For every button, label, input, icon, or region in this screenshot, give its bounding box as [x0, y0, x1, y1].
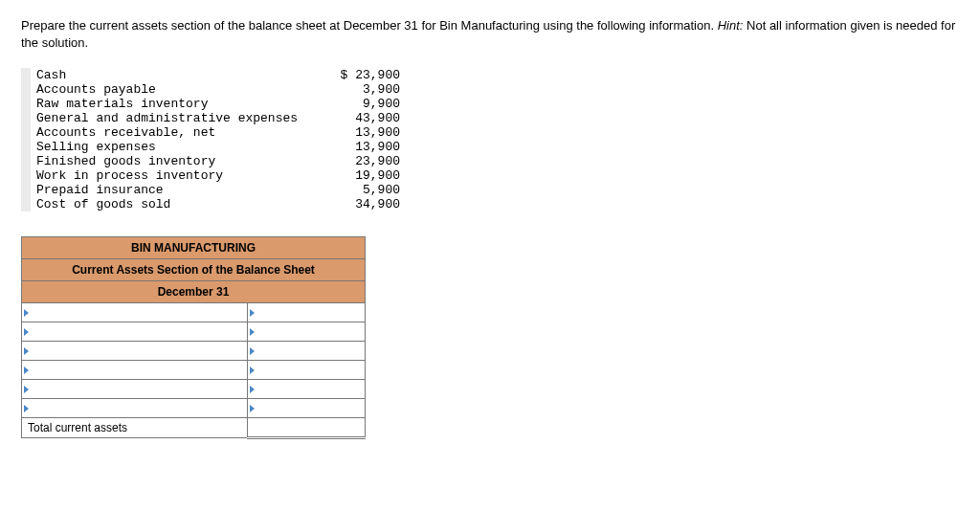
hint-label: Hint:	[718, 18, 744, 33]
answer-amount-input[interactable]	[248, 322, 366, 342]
row-marker	[21, 125, 31, 140]
answer-account-input[interactable]	[22, 361, 248, 380]
answer-account-input[interactable]	[22, 322, 248, 342]
given-data-row: Cash$ 23,900	[21, 68, 400, 82]
answer-input-row	[22, 342, 366, 361]
answer-amount-input[interactable]	[248, 361, 366, 380]
answer-account-input[interactable]	[22, 303, 248, 322]
answer-table: BIN MANUFACTURING Current Assets Section…	[21, 236, 366, 439]
given-data-value: $ 23,900	[323, 68, 400, 82]
given-data-label: Finished goods inventory	[31, 154, 323, 168]
answer-amount-input[interactable]	[248, 380, 366, 399]
given-data-value: 5,900	[323, 183, 400, 197]
row-marker	[21, 168, 31, 183]
answer-amount-input[interactable]	[248, 399, 366, 418]
given-data-row: Prepaid insurance5,900	[21, 183, 400, 197]
given-data-row: Accounts payable3,900	[21, 82, 400, 97]
given-data-label: Work in process inventory	[31, 168, 323, 183]
answer-input-row	[22, 322, 366, 342]
answer-input-row	[22, 380, 366, 399]
row-marker	[21, 111, 31, 125]
answer-header-date: December 31	[22, 281, 366, 303]
given-data-row: Accounts receivable, net13,900	[21, 125, 400, 140]
given-data-row: Cost of goods sold34,900	[21, 197, 400, 211]
instructions-text: Prepare the current assets section of th…	[21, 18, 718, 33]
given-data-label: Selling expenses	[31, 140, 323, 154]
row-marker	[21, 154, 31, 168]
answer-input-row	[22, 399, 366, 418]
answer-account-input[interactable]	[22, 342, 248, 361]
row-marker	[21, 82, 31, 97]
given-data-value: 13,900	[323, 140, 400, 154]
given-data-label: Raw materials inventory	[31, 97, 323, 111]
given-data-row: Raw materials inventory9,900	[21, 97, 400, 111]
given-data-value: 9,900	[323, 97, 400, 111]
answer-header-company: BIN MANUFACTURING	[22, 237, 366, 259]
total-current-assets-label: Total current assets	[22, 418, 248, 438]
answer-amount-input[interactable]	[248, 342, 366, 361]
given-data-value: 43,900	[323, 111, 400, 125]
answer-account-input[interactable]	[22, 399, 248, 418]
given-data-row: Work in process inventory19,900	[21, 168, 400, 183]
given-data-row: General and administrative expenses43,90…	[21, 111, 400, 125]
given-data-row: Selling expenses13,900	[21, 140, 400, 154]
answer-amount-input[interactable]	[248, 303, 366, 322]
answer-input-row	[22, 303, 366, 322]
row-marker	[21, 183, 31, 197]
given-data-table: Cash$ 23,900Accounts payable3,900Raw mat…	[21, 68, 400, 211]
given-data-value: 23,900	[323, 154, 400, 168]
answer-header-section: Current Assets Section of the Balance Sh…	[22, 259, 366, 281]
given-data-label: Prepaid insurance	[31, 183, 323, 197]
total-current-assets-value[interactable]	[248, 418, 366, 438]
row-marker	[21, 68, 31, 82]
given-data-label: Accounts receivable, net	[31, 125, 323, 140]
given-data-value: 3,900	[323, 82, 400, 97]
given-data-value: 19,900	[323, 168, 400, 183]
row-marker	[21, 97, 31, 111]
given-data-label: Cost of goods sold	[31, 197, 323, 211]
given-data-value: 13,900	[323, 125, 400, 140]
row-marker	[21, 197, 31, 211]
row-marker	[21, 140, 31, 154]
given-data-value: 34,900	[323, 197, 400, 211]
answer-input-row	[22, 361, 366, 380]
instructions: Prepare the current assets section of th…	[21, 17, 959, 51]
given-data-label: General and administrative expenses	[31, 111, 323, 125]
given-data-label: Cash	[31, 68, 323, 82]
answer-account-input[interactable]	[22, 380, 248, 399]
given-data-row: Finished goods inventory23,900	[21, 154, 400, 168]
given-data-label: Accounts payable	[31, 82, 323, 97]
